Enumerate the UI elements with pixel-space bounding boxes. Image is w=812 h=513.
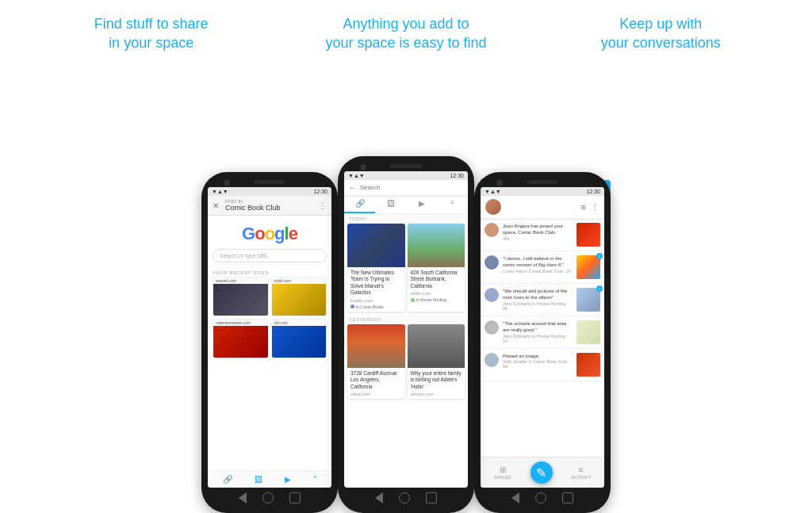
back-button-2[interactable] (375, 492, 383, 503)
home-button[interactable] (262, 492, 274, 503)
phone2-time: 12:30 (450, 173, 464, 178)
tag-dot (350, 304, 354, 308)
feed-item-corey: "I dunno, I still believe in the comic v… (481, 251, 604, 284)
feed-item-juan: Juan Angora has joined your space, Comic… (481, 219, 604, 251)
card-comic-source: kotaku.com (350, 298, 402, 303)
schools-avatar (485, 320, 499, 335)
phone1-search-bar[interactable]: Search or type URL (213, 249, 327, 262)
spaces-tab[interactable]: ⊞ SPACES (494, 465, 511, 480)
compose-icon: ✎ (536, 465, 546, 480)
recents-button-3[interactable] (562, 492, 573, 503)
phone1-wrapper: ▼▲▼ 12:30 ✕ POST IN Comic Book Club ⋮ (201, 172, 338, 513)
phone1-speaker (254, 180, 285, 184)
image-filter-icon: 🖼 (387, 199, 395, 208)
card-adele[interactable]: Why your entire family is belting out Ad… (408, 324, 465, 399)
schools-text: "The schools around that area are really… (503, 320, 573, 334)
filter-tab-videos[interactable]: ▶ (406, 196, 437, 213)
status-signal: ▼▲▼ (212, 189, 228, 194)
menu-icon[interactable]: ⋮ (319, 201, 327, 210)
phone3-header-icons: ≡ ⋮ (581, 202, 599, 212)
phone1-status-bar: ▼▲▼ 12:30 (208, 187, 331, 196)
close-icon[interactable]: ✕ (213, 201, 219, 210)
recents-button-2[interactable] (426, 492, 437, 503)
phone3-bottom-bar: ⊞ SPACES ✎ ≡ ACTIVITY (481, 457, 604, 488)
corey-text: "I dunno, I still believe in the comic v… (503, 255, 573, 269)
filter-tab-links[interactable]: 🔗 (344, 196, 375, 213)
phone1-top-bar (208, 180, 331, 184)
more-filter-icon: ≡ (450, 199, 454, 206)
home-button-2[interactable] (399, 492, 410, 503)
phone2-top-bar (344, 164, 468, 168)
back-button[interactable] (239, 492, 247, 503)
recent-sites-grid: marvel.com imdb.com rottentomatoes.com (208, 277, 331, 358)
phone2-search-input[interactable] (360, 184, 463, 191)
card-comic-info: The New Ultimates Team Is Trying to Solv… (347, 267, 405, 312)
phone1-time: 12:30 (313, 189, 327, 194)
card-adele-title: Why your entire family is belting out Ad… (411, 370, 462, 390)
phone3-status-bar: ▼▲▼ 12:30 (481, 187, 604, 196)
jess-meta: Jess Schwartz in House Hunting · 2h (503, 301, 573, 311)
jess-text: "We should add pictures of the mud room … (503, 288, 573, 301)
phone3: ▼▲▼ 12:30 ≡ ⋮ (474, 172, 611, 513)
recents-button[interactable] (289, 492, 301, 503)
card-adele-image (408, 324, 465, 368)
yesterday-cards-row: 3728 Cardiff Avenue Los Angeles, Califor… (344, 324, 468, 402)
video-tab-icon[interactable]: ▶ (285, 475, 291, 484)
recent-sites-label: YOUR RECENT SITES (208, 267, 331, 277)
link-tab-icon[interactable]: 🔗 (223, 475, 232, 484)
caption-3: Keep up with your conversations (550, 14, 772, 53)
phone3-camera (496, 180, 503, 186)
home-button-3[interactable] (535, 492, 546, 503)
compose-fab[interactable]: ✎ (530, 461, 553, 484)
spaces-label: SPACES (494, 475, 511, 480)
jess-thumb: 2 (576, 288, 600, 312)
card-cardiff-title: 3728 Cardiff Avenue Los Angeles, Califor… (350, 370, 402, 390)
site-thumb-cbr[interactable]: cbr.com (271, 319, 327, 358)
corey-thumb: 3 (576, 255, 600, 279)
back-arrow-icon[interactable]: ← (349, 183, 357, 192)
card-adele-source: latimes.com (411, 392, 462, 396)
jess-avatar (485, 288, 499, 302)
user-avatar (485, 199, 501, 215)
site-thumb-rt[interactable]: rottentomatoes.com (213, 319, 269, 358)
captions-row: Find stuff to share in your space Anythi… (0, 0, 812, 61)
site-preview-cbr (272, 326, 327, 358)
phone2: ▼▲▼ 12:30 ← 🔗 🖼 (338, 156, 474, 513)
site-thumb-marvel[interactable]: marvel.com (213, 277, 269, 316)
quote-tab-icon[interactable]: " (313, 475, 316, 484)
corey-badge: 3 (596, 253, 603, 259)
juan-avatar (485, 223, 499, 237)
phone1-bottom-tabs: 🔗 🖼 ▶ " (208, 470, 331, 488)
card-comic[interactable]: The New Ultimates Team Is Trying to Solv… (347, 224, 405, 312)
phone3-wrapper: ▼▲▼ 12:30 ≡ ⋮ (474, 172, 611, 513)
card-house[interactable]: 426 South California Street Burbank, Cal… (408, 224, 465, 312)
phone3-app-header: ≡ ⋮ (481, 196, 604, 219)
space-title: Comic Book Club (225, 204, 281, 212)
yesterday-label: YESTERDAY (344, 315, 468, 324)
card-adele-info: Why your entire family is belting out Ad… (408, 368, 465, 399)
activity-label: ACTIVITY (571, 475, 591, 480)
more-icon[interactable]: ⋮ (591, 202, 599, 212)
activity-tab[interactable]: ≡ ACTIVITY (571, 465, 591, 480)
seth-thumb (576, 353, 600, 377)
phone2-status-bar: ▼▲▼ 12:30 (344, 171, 468, 180)
list-icon[interactable]: ≡ (581, 202, 586, 212)
jess-badge: 2 (596, 285, 603, 292)
schools-meta: Jess Schwartz in House Hunting · 14 (503, 334, 573, 343)
corey-meta: Corey Hall in Comic Book Club · 2h (503, 269, 573, 274)
video-filter-icon: ▶ (419, 199, 425, 208)
site-thumb-imdb[interactable]: imdb.com (271, 277, 327, 316)
phone2-camera (360, 164, 366, 170)
filter-tab-more[interactable]: ≡ (437, 196, 468, 213)
google-logo: Google (242, 224, 297, 244)
card-cardiff[interactable]: 3728 Cardiff Avenue Los Angeles, Califor… (347, 324, 405, 399)
phone1: ▼▲▼ 12:30 ✕ POST IN Comic Book Club ⋮ (201, 172, 338, 513)
filter-tab-images[interactable]: 🖼 (375, 196, 406, 213)
phone3-nav (481, 488, 604, 505)
feed-item-jess: "We should add pictures of the mud room … (481, 284, 604, 316)
card-cardiff-image (347, 324, 405, 368)
image-tab-icon[interactable]: 🖼 (255, 475, 262, 484)
activity-feed: Juan Angora has joined your space, Comic… (481, 219, 604, 457)
phone3-screen: ▼▲▼ 12:30 ≡ ⋮ (481, 187, 604, 488)
back-button-3[interactable] (511, 492, 519, 503)
